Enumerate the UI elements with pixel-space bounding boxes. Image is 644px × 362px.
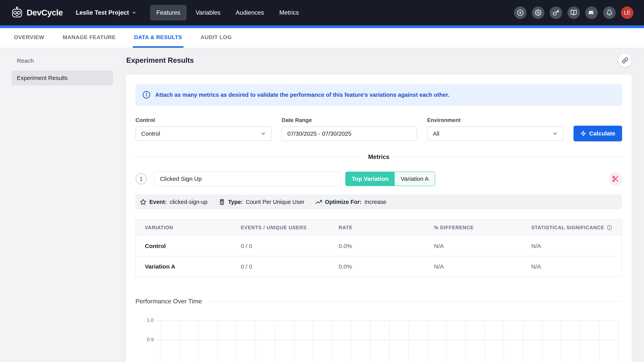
environment-filter: Environment All — [427, 117, 564, 141]
discord-icon — [588, 9, 595, 16]
metrics-divider: Metrics — [136, 154, 622, 161]
page-title: Experiment Results — [126, 56, 194, 64]
chart-vertical-gridline — [485, 321, 485, 362]
calculator-icon — [219, 199, 225, 205]
metric-row: 1 Top Variation Variation A — [136, 172, 622, 186]
chart-vertical-gridline — [179, 321, 180, 362]
info-icon[interactable] — [607, 225, 612, 230]
sidebar-item-reach[interactable]: Reach — [11, 53, 113, 68]
tab-overview[interactable]: OVERVIEW — [12, 28, 46, 48]
environment-label: Environment — [427, 117, 564, 123]
notifications-button[interactable] — [603, 6, 616, 19]
results-table-header: VARIATION EVENTS / UNIQUE USERS RATE % D… — [136, 219, 622, 235]
chart-vertical-gridline — [523, 321, 523, 362]
date-range-filter: Date Range — [282, 117, 417, 141]
key-icon — [552, 9, 559, 16]
metric-index-badge: 1 — [136, 173, 147, 184]
optimize-label: Optimize For: — [325, 199, 362, 205]
control-select-value: Control — [141, 130, 160, 137]
info-banner: Attach as many metrics as desired to val… — [136, 84, 622, 106]
nav-item-audiences[interactable]: Audiences — [230, 5, 270, 20]
copy-link-button[interactable] — [618, 54, 632, 67]
nav-item-metrics[interactable]: Metrics — [273, 5, 305, 20]
chart-vertical-gridline — [389, 321, 390, 362]
info-icon — [142, 91, 150, 99]
date-range-label: Date Range — [282, 117, 417, 123]
docs-button[interactable] — [568, 6, 580, 19]
user-avatar[interactable]: LE — [621, 6, 634, 19]
sidebar-item-experiment-results[interactable]: Experiment Results — [11, 71, 113, 85]
metric-details-bar: Event: clicked-sign-up Type: Count Per U… — [136, 194, 622, 209]
chart-vertical-gridline — [504, 321, 504, 362]
chart-vertical-gridline — [427, 321, 428, 362]
main-panel: Experiment Results Attach as many metric… — [122, 48, 644, 362]
devcycle-app: DevCycle Leslie Test Project Features Va… — [0, 0, 644, 362]
type-value: Count Per Unique User — [246, 199, 304, 205]
chart-vertical-gridline — [218, 321, 218, 362]
robot-logo-icon — [10, 6, 24, 19]
table-row-variation-a: Variation A 0 / 0 0.0% N/A N/A — [136, 256, 622, 277]
nav-item-features[interactable]: Features — [150, 5, 186, 20]
results-table: VARIATION EVENTS / UNIQUE USERS RATE % D… — [136, 219, 622, 277]
tab-audit-log[interactable]: AUDIT LOG — [199, 28, 233, 48]
toggle-variation-a[interactable]: Variation A — [394, 172, 435, 186]
calculate-button-label: Calculate — [589, 130, 615, 137]
remove-metric-button[interactable] — [609, 172, 622, 185]
chart-vertical-gridline — [580, 321, 580, 362]
star-icon — [140, 199, 146, 205]
optimize-detail: Optimize For: Increase — [316, 199, 386, 205]
chart-horizontal-gridline — [156, 340, 618, 340]
tab-data-results[interactable]: DATA & RESULTS — [133, 28, 184, 48]
toggle-top-variation[interactable]: Top Variation — [346, 172, 394, 186]
project-selector[interactable]: Leslie Test Project — [76, 9, 136, 16]
content-area: Reach Experiment Results Experiment Resu… — [0, 48, 644, 362]
chart-vertical-gridline — [599, 321, 600, 362]
chart-vertical-gridline — [236, 321, 237, 362]
navbar-actions: LE — [514, 6, 634, 19]
optimize-value: Increase — [364, 199, 386, 205]
chart-vertical-gridline — [542, 321, 542, 362]
lightning-icon — [580, 131, 586, 136]
control-filter: Control Control — [136, 117, 272, 141]
col-difference: % DIFFERENCE — [434, 225, 531, 230]
settings-button[interactable] — [532, 6, 544, 19]
metric-name-input[interactable] — [154, 172, 341, 186]
chart-horizontal-gridline — [156, 321, 618, 321]
chart-vertical-gridline — [466, 321, 466, 362]
brand-name: DevCycle — [26, 8, 63, 17]
nav-item-variables[interactable]: Variables — [189, 5, 227, 20]
tab-manage-feature[interactable]: MANAGE FEATURE — [61, 28, 117, 48]
devcycle-logo[interactable]: DevCycle — [10, 6, 63, 19]
chart-vertical-gridline — [275, 321, 275, 362]
trending-up-icon — [316, 199, 322, 205]
add-circle-button[interactable] — [514, 6, 526, 19]
metrics-divider-label: Metrics — [368, 154, 390, 161]
bell-icon — [606, 9, 613, 16]
col-significance: STATISTICAL SIGNIFICANCE — [531, 225, 622, 230]
chart-vertical-gridline — [256, 321, 256, 362]
calculate-button[interactable]: Calculate — [574, 126, 622, 141]
chart-vertical-gridline — [446, 321, 447, 362]
add-circle-icon — [517, 9, 524, 16]
results-sidebar: Reach Experiment Results — [0, 48, 122, 362]
chevron-down-icon — [260, 131, 266, 136]
chart-ytick-label: 0.9 — [147, 337, 154, 343]
chevron-down-icon — [132, 10, 136, 15]
book-open-icon — [570, 9, 577, 16]
api-keys-button[interactable] — [550, 6, 562, 19]
chart-vertical-gridline — [370, 321, 370, 362]
date-range-input[interactable] — [282, 127, 417, 141]
control-select[interactable]: Control — [136, 127, 272, 141]
variation-toggle: Top Variation Variation A — [345, 172, 435, 186]
experiment-results-card: Attach as many metrics as desired to val… — [126, 74, 632, 362]
discord-button[interactable] — [585, 6, 598, 19]
info-banner-text: Attach as many metrics as desired to val… — [155, 92, 450, 98]
project-name: Leslie Test Project — [76, 9, 129, 16]
table-row-control: Control 0 / 0 0.0% N/A N/A — [136, 235, 622, 256]
top-navbar: DevCycle Leslie Test Project Features Va… — [0, 0, 644, 25]
link-icon — [622, 57, 628, 63]
environment-select[interactable]: All — [427, 127, 564, 141]
performance-chart: 1.00.9 — [160, 321, 618, 362]
col-variation: VARIATION — [136, 225, 241, 230]
filters-row: Control Control Date Range Environment — [136, 117, 622, 141]
